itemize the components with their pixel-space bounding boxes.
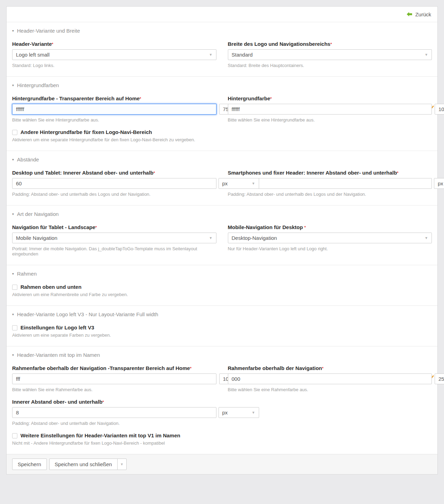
section-header-variante: ▾ Header-Variante und Breite Header-Vari… <box>7 22 437 76</box>
section-abstaende: ▾ Abstände Desktop und Tablet: Innerer A… <box>7 151 437 205</box>
collapse-caret-icon: ▾ <box>12 29 14 33</box>
footer-actions: Speichern Speichern und schließen ▼ <box>7 454 437 474</box>
checkbox-label: Andere Hintergrundfarbe für fixen Logo-N… <box>20 129 152 135</box>
field-description: Padding: Abstand ober- und unterhalb des… <box>228 192 432 197</box>
section-title: Art der Navigation <box>17 211 59 217</box>
header-variante-select[interactable]: Logo left small ▼ <box>12 49 216 60</box>
field-description: Aktivieren um eine separate Hintergrundf… <box>12 137 432 142</box>
chevron-down-icon: ▼ <box>209 233 213 243</box>
section-toggle-header-variante[interactable]: ▾ Header-Variante und Breite <box>12 28 432 34</box>
chevron-down-icon: ▼ <box>120 462 123 466</box>
section-title: Abstände <box>17 157 39 162</box>
field-label: Breite des Logo und Navigationsbereichs* <box>228 41 432 47</box>
fixed-bg-checkbox[interactable] <box>12 130 17 135</box>
border-opacity-input[interactable] <box>435 373 444 384</box>
logo-left-v3-checkbox[interactable] <box>12 325 17 330</box>
field-label: Navigation für Tablet - Landscape* <box>12 224 216 230</box>
bg-hex-input[interactable] <box>228 104 432 115</box>
section-title: Hintergrundfarben <box>17 82 59 88</box>
required-marker: * <box>397 171 398 175</box>
field-description: Portrait: Immer die mobile Navigation. D… <box>12 246 216 257</box>
collapse-caret-icon: ▾ <box>12 272 14 276</box>
section-toggle-rahmen[interactable]: ▾ Rahmen <box>12 271 432 277</box>
save-close-split-button: Speichern und schließen ▼ <box>49 459 127 470</box>
section-rahmen: ▾ Rahmen Rahmen oben und unten Aktiviere… <box>7 265 437 305</box>
checkbox-label: Einstellungen für Logo left V3 <box>20 325 94 331</box>
field-label: Hintergrundfarbe - Transparenter Bereich… <box>12 95 216 102</box>
section-title: Rahmen <box>17 271 37 277</box>
desktop-padding-unit-select[interactable]: px ▼ <box>219 178 259 189</box>
rahmen-checkbox[interactable] <box>12 285 17 290</box>
field-label: Rahmenfarbe oberhalb der Navigation* <box>228 365 432 371</box>
field-label: Header-Variante* <box>12 41 216 47</box>
checkbox-label: Rahmen oben und unten <box>20 284 82 290</box>
section-toggle-hintergrundfarben[interactable]: ▾ Hintergrundfarben <box>12 82 432 88</box>
top-v1-settings-checkbox[interactable] <box>12 433 17 438</box>
field-description: Bitte wählen Sie eine Rahmenfarbe aus. <box>228 387 432 392</box>
field-description: Aktivieren um eine separate Farben zu ve… <box>12 333 432 338</box>
field-label: Smartphones und fixer Header: Innerer Ab… <box>228 170 432 176</box>
bg-opacity-input[interactable] <box>435 104 444 115</box>
toolbar: Zurück <box>7 7 437 22</box>
desktop-padding-input[interactable] <box>12 178 216 189</box>
collapse-caret-icon: ▾ <box>12 158 14 161</box>
chevron-down-icon: ▼ <box>209 50 213 60</box>
field-description: Padding: Abstand ober- und unterhalb des… <box>12 192 216 197</box>
chevron-down-icon: ▼ <box>252 178 255 188</box>
field-description: Standard: Logo links. <box>12 63 216 68</box>
section-toggle-logo-left-v3[interactable]: ▾ Header-Variante Logo left V3 - Nur Lay… <box>12 311 432 317</box>
chevron-down-icon: ▼ <box>252 408 255 418</box>
desktop-navigation-select[interactable]: Desktop-Navigation ▼ <box>228 233 432 243</box>
checkbox-label: Weitere Einstellungen für Header-Variant… <box>20 432 180 439</box>
section-toggle-navigation[interactable]: ▾ Art der Navigation <box>12 211 432 217</box>
back-arrow-icon <box>407 12 412 17</box>
field-label: Desktop und Tablet: Innerer Abstand ober… <box>12 170 216 176</box>
save-close-button[interactable]: Speichern und schließen <box>49 459 118 470</box>
collapse-caret-icon: ▾ <box>12 353 14 357</box>
section-title: Header-Variante und Breite <box>17 28 80 34</box>
field-description: Nur für Header-Varianten Logo left und L… <box>228 246 432 251</box>
section-toggle-top-varianten[interactable]: ▾ Header-Varianten mit top im Namen <box>12 352 432 358</box>
section-navigation: ▾ Art der Navigation Navigation für Tabl… <box>7 205 437 265</box>
border-home-hex-input[interactable] <box>12 373 216 384</box>
required-marker: * <box>190 366 191 370</box>
border-hex-input[interactable] <box>228 373 432 384</box>
section-toggle-abstaende[interactable]: ▾ Abstände <box>12 157 432 162</box>
collapse-caret-icon: ▾ <box>12 84 14 87</box>
required-marker: * <box>102 400 104 404</box>
logo-navi-breite-select[interactable]: Standard ▼ <box>228 49 432 60</box>
field-description: Padding: Abstand ober- und unterhalb der… <box>12 421 216 426</box>
field-label: Rahmenfarbe oberhalb der Navigation -Tra… <box>12 365 216 371</box>
chevron-down-icon: ▼ <box>425 233 428 243</box>
back-label: Zurück <box>415 11 431 17</box>
bg-home-hex-input[interactable] <box>12 104 216 115</box>
chevron-down-icon: ▼ <box>425 50 428 60</box>
section-title: Header-Variante Logo left V3 - Nur Layou… <box>17 311 158 317</box>
collapse-caret-icon: ▾ <box>12 313 14 316</box>
field-description: Nicht mit - Andere Hintergrundfarbe für … <box>12 440 432 446</box>
required-marker: * <box>270 96 272 101</box>
settings-card: Zurück ▾ Header-Variante und Breite Head… <box>6 6 438 474</box>
required-marker: * <box>330 42 332 46</box>
field-label: Innerer Abstand ober- und unterhalb* <box>12 399 216 405</box>
tablet-navigation-select[interactable]: Mobile Navigation ▼ <box>12 233 216 243</box>
save-button[interactable]: Speichern <box>12 459 47 470</box>
required-marker: * <box>140 96 141 101</box>
top-inner-padding-input[interactable] <box>12 407 216 418</box>
field-description: Bitte wählen Sie eine Rahmenfarbe aus. <box>12 387 216 392</box>
required-marker: * <box>154 171 155 175</box>
field-description: Bitte wählen Sie eine Hintergrundfarbe a… <box>228 117 432 123</box>
required-marker: * <box>95 225 97 229</box>
collapse-caret-icon: ▾ <box>12 212 14 216</box>
save-close-caret-button[interactable]: ▼ <box>117 459 127 470</box>
required-marker: * <box>52 42 53 46</box>
top-inner-padding-unit-select[interactable]: px ▼ <box>219 407 259 418</box>
field-description: Bitte wählen Sie eine Hintergrundfarbe a… <box>12 117 216 123</box>
mobile-padding-unit-select[interactable]: px ▼ <box>434 178 444 189</box>
required-marker: * <box>304 225 306 229</box>
back-button[interactable]: Zurück <box>407 11 431 17</box>
section-logo-left-v3: ▾ Header-Variante Logo left V3 - Nur Lay… <box>7 305 437 346</box>
field-label: Mobile-Navigation für Desktop * <box>228 224 432 230</box>
section-title: Header-Varianten mit top im Namen <box>17 352 100 358</box>
section-top-varianten: ▾ Header-Varianten mit top im Namen Rahm… <box>7 346 437 454</box>
